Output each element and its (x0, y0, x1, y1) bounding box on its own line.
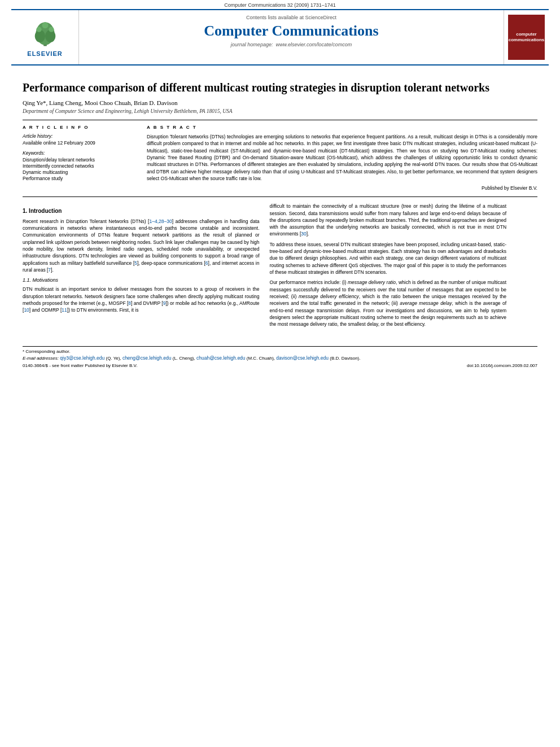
ref-5[interactable]: 5 (134, 260, 137, 266)
keyword-4: Performance study (23, 176, 135, 181)
right-para-3: Our performance metrics include: (i) mes… (270, 279, 507, 327)
license-text: 0140-3664/$ - see front matter Published… (23, 363, 137, 368)
article-info-header: A R T I C L E I N F O (23, 125, 135, 130)
email-links[interactable]: qiy3@cse.lehigh.edu (60, 355, 104, 361)
abstract-section: A B S T R A C T Disruption Tolerant Netw… (147, 125, 537, 191)
published-by: Published by Elsevier B.V. (147, 185, 537, 191)
motivations-para: DTN multicast is an important service to… (23, 286, 260, 313)
keyword-1: Disruption/delay tolerant networks (23, 157, 135, 163)
keyword-2: Intermittently connected networks (23, 163, 135, 169)
body-col-left: 1. Introduction Recent research in Disru… (23, 203, 260, 331)
journal-bar: Computer Communications 32 (2009) 1731–1… (0, 0, 560, 9)
email-davison[interactable]: davison@cse.lehigh.edu (276, 355, 329, 361)
email-label: E-mail addresses: (23, 356, 59, 361)
affiliation: Department of Computer Science and Engin… (23, 108, 537, 114)
svg-point-4 (36, 27, 41, 32)
elsevier-logo-area: ELSEVIER (11, 10, 79, 64)
paper-title: Performance comparison of different mult… (23, 80, 537, 95)
ref-1-4[interactable]: 1–4,28–30 (149, 219, 172, 224)
article-meta: A R T I C L E I N F O Article history: A… (23, 125, 537, 191)
ref-30[interactable]: 30 (301, 231, 306, 237)
main-content: Performance comparison of different mult… (23, 65, 537, 337)
elsevier-logo: ELSEVIER (27, 18, 62, 57)
ref-10[interactable]: 10 (24, 307, 29, 313)
ref-7[interactable]: 7 (48, 267, 51, 273)
divider-1 (23, 120, 537, 120)
email-footnote: E-mail addresses: qiy3@cse.lehigh.edu (Q… (23, 355, 537, 361)
metric-1-label: message delivery ratio (348, 279, 396, 285)
article-info: A R T I C L E I N F O Article history: A… (23, 125, 135, 191)
body-columns: 1. Introduction Recent research in Disru… (23, 203, 537, 331)
authors: Qing Ye*, Liang Cheng, Mooi Choo Chuah, … (23, 99, 537, 106)
svg-point-3 (45, 30, 55, 42)
journal-title: Computer Communications (84, 23, 499, 40)
svg-point-2 (34, 30, 45, 42)
metric-2-label: message delivery efficiency (299, 294, 359, 299)
elsevier-tree-icon (28, 18, 62, 49)
keywords-label: Keywords: (23, 150, 135, 156)
journal-citation: Computer Communications 32 (2009) 1731–1… (224, 2, 336, 8)
footer-bottom: 0140-3664/$ - see front matter Published… (23, 363, 537, 368)
svg-point-6 (42, 22, 48, 28)
ref-8[interactable]: 8 (128, 300, 131, 306)
abstract-text: Disruption Tolerant Networks (DTNs) tech… (147, 133, 537, 182)
divider-2 (23, 196, 537, 197)
book-cover-area: computer communications (504, 10, 549, 64)
ref-9[interactable]: 9 (163, 300, 166, 306)
keyword-3: Dynamic multicasting (23, 169, 135, 175)
corresponding-note: * Corresponding author. (23, 349, 537, 354)
homepage-url: www.elsevier.com/locate/comcom (275, 42, 352, 47)
journal-homepage: journal homepage: www.elsevier.com/locat… (84, 42, 499, 47)
section1-title: 1. Introduction (23, 207, 260, 216)
cover-title: computer communications (509, 32, 545, 42)
keywords-list: Disruption/delay tolerant networks Inter… (23, 157, 135, 181)
email-cheng[interactable]: cheng@cse.lehigh.edu (123, 355, 172, 361)
ref-11[interactable]: 11 (62, 307, 67, 313)
book-cover: computer communications (508, 15, 545, 60)
metric-3-label: average message delay (400, 300, 452, 306)
abstract-header: A B S T R A C T (147, 125, 537, 130)
right-para-2: To address these issues, several DTN mul… (270, 241, 507, 276)
elsevier-text: ELSEVIER (27, 50, 62, 57)
subsection-1-1: 1.1. Motivations (23, 277, 260, 284)
history-label: Article history: (23, 133, 135, 139)
sciencedirect-link: Contents lists available at ScienceDirec… (84, 15, 499, 20)
body-col-right: difficult to maintain the connectivity o… (270, 203, 507, 331)
svg-point-5 (49, 27, 54, 32)
history-value: Available online 12 February 2009 (23, 140, 135, 146)
journal-title-area: Contents lists available at ScienceDirec… (79, 10, 504, 64)
footer: * Corresponding author. E-mail addresses… (23, 346, 537, 368)
journal-header: ELSEVIER Contents lists available at Sci… (11, 9, 549, 65)
intro-para-1: Recent research in Disruption Tolerant N… (23, 218, 260, 274)
email-chuah[interactable]: chuah@cse.lehigh.edu (196, 355, 246, 361)
ref-6[interactable]: 6 (205, 260, 208, 266)
right-para-1: difficult to maintain the connectivity o… (270, 203, 507, 238)
doi: doi:10.1016/j.comcom.2009.02.007 (467, 363, 537, 368)
